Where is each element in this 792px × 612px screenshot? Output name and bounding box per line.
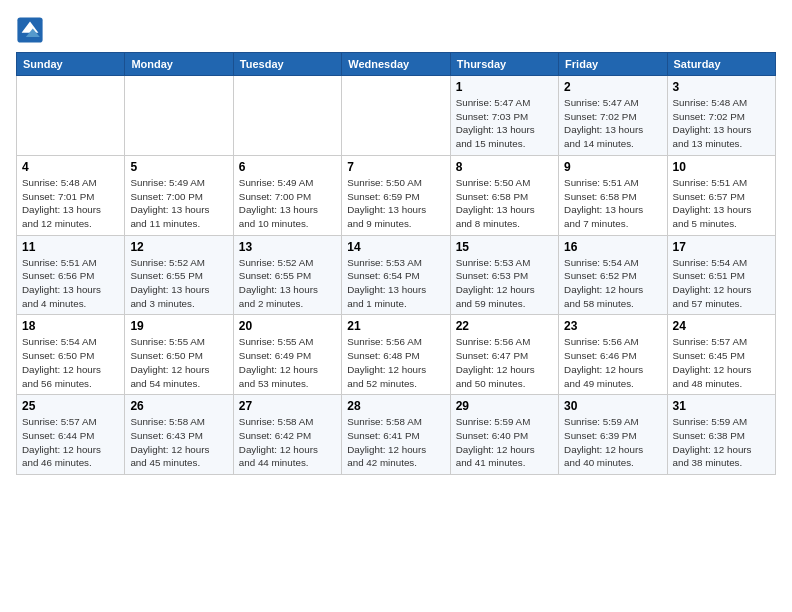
day-info: Sunrise: 5:56 AM Sunset: 6:48 PM Dayligh… — [347, 335, 444, 390]
day-header-wednesday: Wednesday — [342, 53, 450, 76]
calendar-cell — [125, 76, 233, 156]
calendar-week-2: 4Sunrise: 5:48 AM Sunset: 7:01 PM Daylig… — [17, 155, 776, 235]
day-number: 7 — [347, 160, 444, 174]
day-info: Sunrise: 5:55 AM Sunset: 6:49 PM Dayligh… — [239, 335, 336, 390]
day-info: Sunrise: 5:49 AM Sunset: 7:00 PM Dayligh… — [239, 176, 336, 231]
calendar-header-row: SundayMondayTuesdayWednesdayThursdayFrid… — [17, 53, 776, 76]
day-number: 1 — [456, 80, 553, 94]
day-number: 19 — [130, 319, 227, 333]
day-number: 31 — [673, 399, 770, 413]
day-info: Sunrise: 5:53 AM Sunset: 6:53 PM Dayligh… — [456, 256, 553, 311]
day-header-thursday: Thursday — [450, 53, 558, 76]
day-info: Sunrise: 5:56 AM Sunset: 6:46 PM Dayligh… — [564, 335, 661, 390]
calendar-cell: 3Sunrise: 5:48 AM Sunset: 7:02 PM Daylig… — [667, 76, 775, 156]
day-number: 9 — [564, 160, 661, 174]
day-number: 13 — [239, 240, 336, 254]
day-number: 30 — [564, 399, 661, 413]
calendar-cell: 14Sunrise: 5:53 AM Sunset: 6:54 PM Dayli… — [342, 235, 450, 315]
calendar-week-3: 11Sunrise: 5:51 AM Sunset: 6:56 PM Dayli… — [17, 235, 776, 315]
day-info: Sunrise: 5:54 AM Sunset: 6:51 PM Dayligh… — [673, 256, 770, 311]
calendar-cell: 6Sunrise: 5:49 AM Sunset: 7:00 PM Daylig… — [233, 155, 341, 235]
day-info: Sunrise: 5:50 AM Sunset: 6:58 PM Dayligh… — [456, 176, 553, 231]
day-number: 17 — [673, 240, 770, 254]
day-number: 20 — [239, 319, 336, 333]
calendar-cell: 17Sunrise: 5:54 AM Sunset: 6:51 PM Dayli… — [667, 235, 775, 315]
calendar-cell: 30Sunrise: 5:59 AM Sunset: 6:39 PM Dayli… — [559, 395, 667, 475]
day-number: 28 — [347, 399, 444, 413]
day-info: Sunrise: 5:58 AM Sunset: 6:43 PM Dayligh… — [130, 415, 227, 470]
calendar-cell: 8Sunrise: 5:50 AM Sunset: 6:58 PM Daylig… — [450, 155, 558, 235]
day-header-monday: Monday — [125, 53, 233, 76]
calendar-cell: 22Sunrise: 5:56 AM Sunset: 6:47 PM Dayli… — [450, 315, 558, 395]
calendar-week-1: 1Sunrise: 5:47 AM Sunset: 7:03 PM Daylig… — [17, 76, 776, 156]
day-info: Sunrise: 5:56 AM Sunset: 6:47 PM Dayligh… — [456, 335, 553, 390]
day-info: Sunrise: 5:48 AM Sunset: 7:01 PM Dayligh… — [22, 176, 119, 231]
calendar-cell: 9Sunrise: 5:51 AM Sunset: 6:58 PM Daylig… — [559, 155, 667, 235]
day-info: Sunrise: 5:57 AM Sunset: 6:44 PM Dayligh… — [22, 415, 119, 470]
calendar-cell: 18Sunrise: 5:54 AM Sunset: 6:50 PM Dayli… — [17, 315, 125, 395]
calendar-cell: 1Sunrise: 5:47 AM Sunset: 7:03 PM Daylig… — [450, 76, 558, 156]
day-info: Sunrise: 5:53 AM Sunset: 6:54 PM Dayligh… — [347, 256, 444, 311]
logo — [16, 16, 48, 44]
calendar-cell: 10Sunrise: 5:51 AM Sunset: 6:57 PM Dayli… — [667, 155, 775, 235]
calendar-cell: 20Sunrise: 5:55 AM Sunset: 6:49 PM Dayli… — [233, 315, 341, 395]
day-number: 25 — [22, 399, 119, 413]
calendar-cell — [342, 76, 450, 156]
day-number: 8 — [456, 160, 553, 174]
calendar-cell: 24Sunrise: 5:57 AM Sunset: 6:45 PM Dayli… — [667, 315, 775, 395]
calendar-cell: 23Sunrise: 5:56 AM Sunset: 6:46 PM Dayli… — [559, 315, 667, 395]
calendar-cell: 25Sunrise: 5:57 AM Sunset: 6:44 PM Dayli… — [17, 395, 125, 475]
page-header — [16, 16, 776, 44]
day-number: 11 — [22, 240, 119, 254]
day-number: 26 — [130, 399, 227, 413]
day-info: Sunrise: 5:57 AM Sunset: 6:45 PM Dayligh… — [673, 335, 770, 390]
day-info: Sunrise: 5:50 AM Sunset: 6:59 PM Dayligh… — [347, 176, 444, 231]
day-header-friday: Friday — [559, 53, 667, 76]
calendar-week-4: 18Sunrise: 5:54 AM Sunset: 6:50 PM Dayli… — [17, 315, 776, 395]
calendar-cell: 13Sunrise: 5:52 AM Sunset: 6:55 PM Dayli… — [233, 235, 341, 315]
day-info: Sunrise: 5:58 AM Sunset: 6:41 PM Dayligh… — [347, 415, 444, 470]
day-number: 22 — [456, 319, 553, 333]
logo-icon — [16, 16, 44, 44]
day-number: 5 — [130, 160, 227, 174]
calendar-cell: 7Sunrise: 5:50 AM Sunset: 6:59 PM Daylig… — [342, 155, 450, 235]
calendar-cell: 4Sunrise: 5:48 AM Sunset: 7:01 PM Daylig… — [17, 155, 125, 235]
calendar-table: SundayMondayTuesdayWednesdayThursdayFrid… — [16, 52, 776, 475]
day-number: 14 — [347, 240, 444, 254]
day-info: Sunrise: 5:52 AM Sunset: 6:55 PM Dayligh… — [239, 256, 336, 311]
calendar-cell: 11Sunrise: 5:51 AM Sunset: 6:56 PM Dayli… — [17, 235, 125, 315]
day-number: 21 — [347, 319, 444, 333]
day-number: 24 — [673, 319, 770, 333]
day-number: 16 — [564, 240, 661, 254]
calendar-cell: 29Sunrise: 5:59 AM Sunset: 6:40 PM Dayli… — [450, 395, 558, 475]
calendar-cell: 28Sunrise: 5:58 AM Sunset: 6:41 PM Dayli… — [342, 395, 450, 475]
calendar-cell: 2Sunrise: 5:47 AM Sunset: 7:02 PM Daylig… — [559, 76, 667, 156]
day-info: Sunrise: 5:59 AM Sunset: 6:39 PM Dayligh… — [564, 415, 661, 470]
day-header-sunday: Sunday — [17, 53, 125, 76]
calendar-cell — [17, 76, 125, 156]
calendar-cell — [233, 76, 341, 156]
day-number: 23 — [564, 319, 661, 333]
calendar-cell: 5Sunrise: 5:49 AM Sunset: 7:00 PM Daylig… — [125, 155, 233, 235]
day-number: 27 — [239, 399, 336, 413]
day-info: Sunrise: 5:48 AM Sunset: 7:02 PM Dayligh… — [673, 96, 770, 151]
calendar-cell: 15Sunrise: 5:53 AM Sunset: 6:53 PM Dayli… — [450, 235, 558, 315]
calendar-cell: 16Sunrise: 5:54 AM Sunset: 6:52 PM Dayli… — [559, 235, 667, 315]
day-info: Sunrise: 5:59 AM Sunset: 6:40 PM Dayligh… — [456, 415, 553, 470]
day-info: Sunrise: 5:47 AM Sunset: 7:02 PM Dayligh… — [564, 96, 661, 151]
calendar-week-5: 25Sunrise: 5:57 AM Sunset: 6:44 PM Dayli… — [17, 395, 776, 475]
day-info: Sunrise: 5:51 AM Sunset: 6:57 PM Dayligh… — [673, 176, 770, 231]
calendar-cell: 27Sunrise: 5:58 AM Sunset: 6:42 PM Dayli… — [233, 395, 341, 475]
calendar-cell: 21Sunrise: 5:56 AM Sunset: 6:48 PM Dayli… — [342, 315, 450, 395]
day-info: Sunrise: 5:54 AM Sunset: 6:52 PM Dayligh… — [564, 256, 661, 311]
day-number: 3 — [673, 80, 770, 94]
day-number: 4 — [22, 160, 119, 174]
calendar-cell: 12Sunrise: 5:52 AM Sunset: 6:55 PM Dayli… — [125, 235, 233, 315]
day-info: Sunrise: 5:49 AM Sunset: 7:00 PM Dayligh… — [130, 176, 227, 231]
day-info: Sunrise: 5:52 AM Sunset: 6:55 PM Dayligh… — [130, 256, 227, 311]
day-info: Sunrise: 5:47 AM Sunset: 7:03 PM Dayligh… — [456, 96, 553, 151]
day-info: Sunrise: 5:59 AM Sunset: 6:38 PM Dayligh… — [673, 415, 770, 470]
day-number: 6 — [239, 160, 336, 174]
day-header-saturday: Saturday — [667, 53, 775, 76]
calendar-cell: 26Sunrise: 5:58 AM Sunset: 6:43 PM Dayli… — [125, 395, 233, 475]
